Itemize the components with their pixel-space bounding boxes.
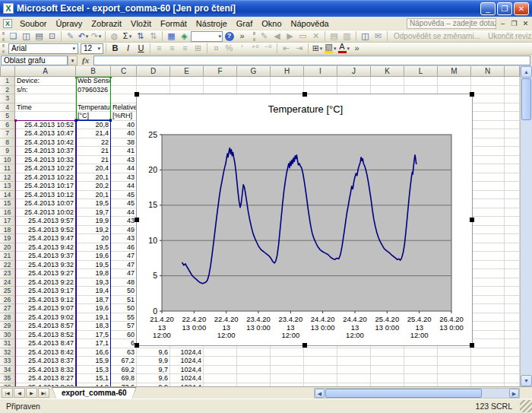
cell-C25[interactable]: 50 — [111, 287, 137, 296]
previous-sheet-icon[interactable]: ◀ — [14, 388, 25, 398]
cell-C19[interactable]: 43 — [111, 234, 137, 243]
first-sheet-icon[interactable]: |◀ — [2, 388, 13, 398]
cell-C27[interactable]: 50 — [111, 304, 137, 313]
previous-comment-icon[interactable]: ◀ — [271, 31, 283, 42]
cell-N31[interactable] — [471, 339, 505, 348]
cell-N19[interactable] — [471, 234, 505, 243]
cell-C15[interactable]: 45 — [111, 199, 137, 208]
cell-E33[interactable]: 1024,4 — [170, 357, 204, 366]
toolbar-drag-handle[interactable] — [2, 44, 6, 53]
cell-N35[interactable] — [471, 374, 505, 383]
percent-icon[interactable]: % — [223, 43, 236, 54]
cell-A5[interactable] — [15, 112, 76, 121]
mdi-restore-button[interactable]: ❐ — [509, 18, 519, 28]
new-document-icon[interactable]: ❏ — [7, 31, 20, 42]
cell-A22[interactable]: 25.4.2013 9:32 — [15, 261, 76, 270]
sheet-tab[interactable]: export_comma-60 — [52, 387, 137, 399]
cell-F33[interactable] — [204, 357, 237, 366]
row-header-22[interactable]: 22 — [0, 261, 15, 270]
row-header-28[interactable]: 28 — [0, 313, 15, 322]
cell-B25[interactable]: 19,4 — [76, 287, 111, 296]
cell-A9[interactable]: 25.4.2013 10:37 — [15, 147, 76, 156]
toolbar-options-icon[interactable]: » — [350, 43, 363, 54]
cell-A20[interactable]: 25.4.2013 9:42 — [15, 243, 76, 253]
show-comment-icon[interactable]: ▭ — [296, 31, 309, 42]
cell-A3[interactable] — [15, 94, 76, 103]
cell-L35[interactable] — [404, 374, 438, 383]
cell-A10[interactable]: 25.4.2013 10:32 — [15, 156, 76, 165]
cell-A4[interactable]: Time — [15, 103, 76, 113]
row-header-5[interactable]: 5 — [0, 112, 15, 121]
save-icon[interactable]: ◫ — [20, 31, 33, 42]
cell-C11[interactable]: 44 — [111, 164, 137, 173]
cell-C35[interactable]: 69,8 — [111, 374, 137, 383]
cell-N15[interactable] — [471, 199, 505, 208]
cell-B14[interactable]: 20,1 — [76, 191, 111, 200]
cell-E1[interactable] — [170, 77, 204, 86]
cell-partial6[interactable] — [505, 121, 520, 130]
cell-B23[interactable]: 19,8 — [76, 269, 111, 278]
cell-B20[interactable]: 19,5 — [76, 243, 111, 253]
cell-A17[interactable]: 25.4.2013 9:57 — [15, 217, 76, 226]
cell-C23[interactable]: 47 — [111, 269, 137, 278]
cell-E32[interactable]: 1024,4 — [170, 348, 204, 357]
select-all-corner[interactable] — [0, 66, 15, 77]
redo-icon[interactable]: ↷▾ — [90, 31, 103, 42]
cell-N22[interactable] — [471, 261, 505, 270]
row-header-2[interactable]: 2 — [0, 86, 15, 95]
cell-B24[interactable]: 19,3 — [76, 278, 111, 288]
zoom-combo[interactable]: ▾ — [191, 31, 223, 42]
cell-H35[interactable] — [271, 374, 304, 383]
cell-M1[interactable] — [438, 77, 471, 86]
cell-partial26[interactable] — [505, 296, 520, 305]
cell-N27[interactable] — [471, 304, 505, 313]
cell-partial2[interactable] — [505, 86, 520, 95]
cell-A31[interactable]: 25.4.2013 8:47 — [15, 339, 76, 348]
cell-D1[interactable] — [137, 77, 170, 86]
cell-N20[interactable] — [471, 243, 505, 253]
row-header-23[interactable]: 23 — [0, 269, 15, 278]
cell-N21[interactable] — [471, 252, 505, 261]
chevron-down-icon[interactable]: ▾ — [99, 31, 102, 41]
cell-H1[interactable] — [271, 77, 304, 86]
update-file-icon[interactable]: ◫ — [359, 31, 372, 42]
cell-A19[interactable]: 25.4.2013 9:47 — [15, 234, 76, 243]
row-header-31[interactable]: 31 — [0, 339, 15, 348]
window-close-button[interactable]: ✕ — [514, 2, 529, 15]
cell-G32[interactable] — [237, 348, 271, 357]
cell-partial23[interactable] — [505, 269, 520, 278]
column-header-k[interactable]: K — [371, 66, 404, 77]
end-review-button[interactable]: Ukončit revizi... — [484, 32, 532, 40]
edit-comment-icon[interactable]: ✎ — [258, 31, 271, 42]
cell-B29[interactable]: 18,3 — [76, 322, 111, 331]
font-name-combo[interactable]: Arial ▾ — [8, 43, 78, 54]
cell-C13[interactable]: 44 — [111, 182, 137, 191]
row-header-20[interactable]: 20 — [0, 243, 15, 253]
cell-A24[interactable]: 25.4.2013 9:22 — [15, 278, 76, 288]
cell-N23[interactable] — [471, 269, 505, 278]
cell-partial15[interactable] — [505, 199, 520, 208]
cell-B22[interactable]: 19,5 — [76, 261, 111, 270]
cell-B34[interactable]: 15,3 — [76, 366, 111, 375]
cell-B31[interactable]: 17,1 — [76, 339, 111, 348]
menu-item-okno[interactable]: Okno — [257, 17, 286, 30]
cell-C17[interactable]: 43 — [111, 217, 137, 226]
cell-N1[interactable] — [471, 77, 505, 86]
align-center-icon[interactable]: ≡ — [166, 43, 179, 54]
menu-item-nastroje[interactable]: Nástroje — [192, 17, 232, 30]
italic-icon[interactable]: I — [122, 43, 135, 54]
menu-item-vlozit[interactable]: Vložit — [126, 17, 156, 30]
cell-B16[interactable]: 19,7 — [76, 208, 111, 218]
cell-A7[interactable]: 25.4.2013 10:47 — [15, 129, 76, 138]
cell-N7[interactable] — [471, 129, 505, 138]
cell-N6[interactable] — [471, 121, 505, 130]
mdi-minimize-button[interactable]: – — [498, 18, 508, 28]
cell-B2[interactable]: 07960326 — [76, 86, 111, 95]
chart-resize-handle[interactable] — [135, 92, 139, 97]
column-header-b[interactable]: B — [76, 66, 111, 77]
window-maximize-button[interactable]: ❐ — [497, 2, 512, 15]
insert-function-icon[interactable]: fx — [78, 56, 93, 65]
cell-H32[interactable] — [271, 348, 304, 357]
cell-K34[interactable] — [371, 366, 404, 375]
name-box-dropdown[interactable]: ▾ — [68, 56, 78, 65]
